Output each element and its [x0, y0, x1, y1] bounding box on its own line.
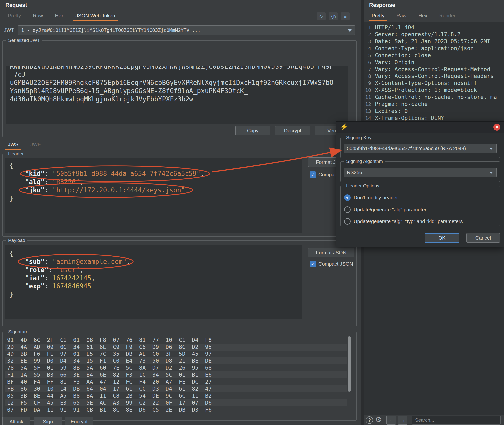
code-token: : — [45, 258, 52, 265]
request-tab-json-web-token[interactable]: JSON Web Token — [70, 11, 121, 21]
search-next-button[interactable]: → — [398, 416, 407, 425]
newline-icon[interactable]: \n — [329, 12, 338, 20]
code-token: "iat" — [25, 274, 45, 282]
format-json-payload-button[interactable]: Format JSON — [308, 248, 354, 257]
token-tab-jws[interactable]: JWS — [2, 140, 24, 150]
radio-label: Update/generate "alg" parameter — [354, 207, 426, 212]
attack-button[interactable]: Attack — [2, 417, 30, 425]
code-token: "admin@example.com" — [52, 258, 126, 265]
code-line: "alg": "RS256", — [9, 178, 297, 186]
radio-icon — [344, 218, 351, 225]
ok-button[interactable]: OK — [425, 233, 459, 243]
signature-hex-view[interactable]: 91 4D 6C 2F C1 01 08 F8 07 76 81 77 10 C… — [5, 337, 347, 413]
code-token — [9, 186, 25, 194]
copy-button[interactable]: Copy — [235, 126, 270, 135]
signature-scrollbar[interactable] — [348, 336, 351, 392]
line-number: 9 — [364, 80, 373, 87]
radio-don-t-modify-header[interactable]: Don't modify header — [344, 192, 497, 204]
signature-hex-row: 32 EE 99 D0 D4 34 15 F1 C0 E4 73 50 D8 2… — [5, 357, 347, 364]
response-line-text: Expires: 0 — [373, 108, 408, 115]
response-line-text: X-Content-Type-Options: nosniff — [373, 80, 477, 87]
code-token: , — [80, 266, 84, 274]
sign-dialog: ⚡ ✕ Signing Key 50b5f9b1-d988-44da-a654-… — [336, 121, 504, 247]
signing-key-dropdown[interactable]: 50b5f9b1-d988-44da-a654-7f742c6a5c59 (RS… — [344, 144, 497, 153]
code-line: { — [9, 249, 297, 258]
compact-json-payload-checkbox[interactable]: ✓ — [310, 261, 316, 267]
menu-icon[interactable]: ≡ — [341, 12, 350, 20]
response-statusbar: ? ⚙ ← → — [364, 415, 504, 425]
code-token: : — [45, 283, 52, 290]
response-tab-hex[interactable]: Hex — [412, 11, 433, 21]
gear-icon[interactable]: ⚙ — [375, 415, 382, 424]
code-token: : — [45, 186, 52, 194]
code-line: } — [9, 290, 297, 299]
serialized-jwt-group: Serialized JWT RWmRhb2VuQ1NBMMhNQ2S9cRMd… — [2, 40, 357, 137]
jwt-token-dropdown[interactable]: 1 - eyJraWQiOiI1MGI1ZjliMS1kOTg4LTQ0ZGEt… — [18, 25, 355, 35]
line-number: 12 — [364, 101, 373, 108]
radio-icon — [344, 206, 351, 213]
header-options-label: Header Options — [344, 183, 381, 189]
search-prev-button[interactable]: ← — [386, 416, 396, 425]
token-tab-jwe[interactable]: JWE — [24, 140, 47, 150]
signature-hex-row: 07 FD DA 11 91 91 CB B1 8C 8E D6 C5 2E D… — [5, 406, 347, 413]
signature-hex-row: 05 3B BE 44 A5 B8 BA 11 C8 2B 54 DE 9C 6… — [5, 392, 347, 399]
line-number: 14 — [364, 115, 373, 122]
signature-hex-row: 91 4D 6C 2F C1 01 08 F8 07 76 81 77 10 C… — [5, 337, 347, 344]
line-number: 8 — [364, 73, 373, 80]
encrypt-button[interactable]: Encrypt — [65, 417, 93, 425]
response-line-text: Cache-Control: no-cache, no-store, ma — [373, 94, 497, 101]
response-line-text: Pragma: no-cache — [373, 101, 428, 108]
response-line: 13Expires: 0 — [364, 108, 504, 115]
decrypt-button[interactable]: Decrypt — [275, 126, 310, 135]
compact-json-payload-row: ✓ Compact JSON — [310, 261, 353, 267]
help-icon[interactable]: ? — [366, 416, 373, 424]
code-line: "kid": "50b5f9b1-d988-44da-a654-7f742c6a… — [9, 170, 297, 178]
radio-update-generate-alg-parameter[interactable]: Update/generate "alg" parameter — [344, 204, 497, 215]
response-line-text: Vary: Access-Control-Request-Headers — [373, 73, 494, 80]
payload-group-label: Payload — [6, 238, 27, 243]
code-token: "RS256" — [52, 178, 80, 186]
response-tab-render[interactable]: Render — [433, 11, 462, 21]
response-line: 6Vary: Origin — [364, 59, 504, 66]
close-icon[interactable]: ✕ — [493, 124, 500, 131]
code-token: "kid" — [25, 170, 45, 177]
sign-button[interactable]: Sign — [34, 417, 62, 425]
code-line: "exp": 1674846945 — [9, 282, 297, 290]
code-token: "sub" — [25, 258, 45, 265]
code-token: "role" — [25, 266, 49, 274]
header-json-editor[interactable]: { "kid": "50b5f9b1-d988-44da-a654-7f742c… — [5, 158, 302, 233]
request-tab-pretty[interactable]: Pretty — [2, 11, 27, 21]
signing-algorithm-dropdown[interactable]: RS256 — [344, 168, 497, 177]
request-tab-hex[interactable]: Hex — [49, 11, 70, 21]
response-tab-raw[interactable]: Raw — [390, 11, 412, 21]
code-token: : — [49, 266, 56, 274]
code-token — [9, 283, 25, 290]
code-token: , — [126, 258, 130, 265]
radio-update-generate-alg-typ-and-kid-parameters[interactable]: Update/generate "alg", "typ" and "kid" p… — [344, 215, 497, 227]
code-token: : — [45, 274, 52, 282]
response-tabs: PrettyRawHexRender — [366, 11, 461, 21]
signing-key-label: Signing Key — [344, 135, 373, 140]
line-number: 5 — [364, 52, 373, 59]
signature-hex-row: 4D BB F6 FE 97 01 E5 7C 35 DB AE C0 3F 5… — [5, 351, 347, 357]
response-line-text: X-Frame-Options: DENY — [373, 115, 444, 122]
jwt-action-buttons: AttackSignEncrypt — [2, 417, 93, 425]
response-line: 4Content-Type: application/json — [364, 45, 504, 52]
serialized-jwt-textarea[interactable]: RWmRhb2VuQ1NBMMhNQ2S9cRMdRKRZBEpgFvJMb2x… — [6, 66, 348, 124]
code-token: 1674846945 — [52, 283, 91, 290]
response-line-text: Server: openresty/1.17.8.2 — [373, 31, 460, 38]
cancel-button[interactable]: Cancel — [466, 233, 500, 243]
compact-json-payload-label: Compact JSON — [318, 261, 353, 267]
compact-json-header-checkbox[interactable]: ✓ — [310, 171, 316, 178]
search-input[interactable] — [412, 416, 501, 425]
request-tabs: PrettyRawHexJSON Web Token — [2, 11, 121, 21]
editor-toolbar: ∿\n≡ — [317, 12, 350, 20]
radio-label: Don't modify header — [354, 195, 398, 201]
code-line: "iat": 1674242145, — [9, 274, 297, 282]
response-tab-pretty[interactable]: Pretty — [366, 11, 390, 21]
pretty-print-icon[interactable]: ∿ — [317, 12, 326, 20]
request-tab-raw[interactable]: Raw — [27, 11, 49, 21]
signature-hex-row: FB 86 30 10 14 DB 64 04 17 61 CC D3 D4 6… — [5, 385, 347, 392]
response-line: 3Date: Sat, 21 Jan 2023 05:57:06 GMT — [364, 38, 504, 45]
payload-json-editor[interactable]: { "sub": "admin@example.com", "role": "u… — [5, 245, 302, 319]
